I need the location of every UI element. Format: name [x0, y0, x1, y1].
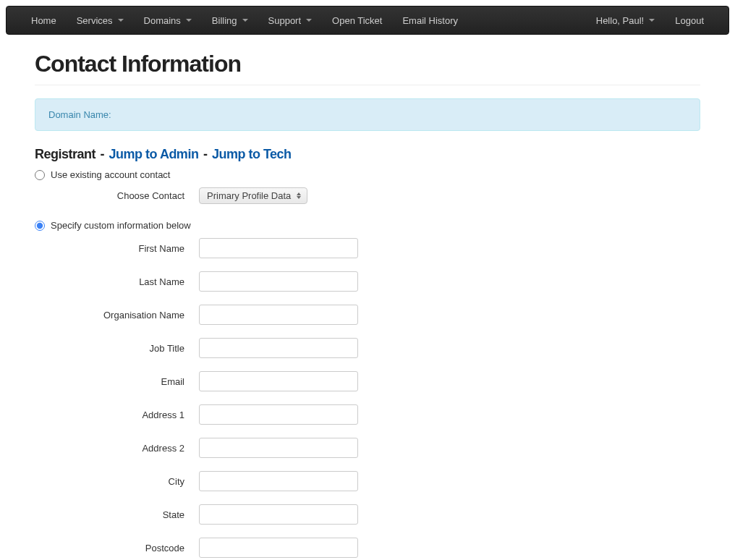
section-registrant: Registrant	[35, 147, 95, 161]
job-title-input[interactable]	[199, 338, 358, 358]
city-input[interactable]	[199, 471, 358, 491]
nav-open-ticket-label: Open Ticket	[332, 15, 382, 26]
nav-billing-label: Billing	[212, 15, 237, 26]
section-heading: Registrant - Jump to Admin - Jump to Tec…	[35, 147, 700, 162]
select-stepper-icon	[297, 192, 301, 199]
choose-contact-block: Choose Contact Primary Profile Data	[35, 187, 700, 204]
radio-use-existing-input[interactable]	[35, 170, 45, 180]
organisation-input[interactable]	[199, 305, 358, 325]
first-name-input[interactable]	[199, 238, 358, 258]
nav-domains[interactable]: Domains	[134, 8, 202, 33]
nav-greeting-label: Hello, Paul!	[596, 15, 644, 26]
chevron-down-icon	[118, 19, 124, 22]
nav-greeting[interactable]: Hello, Paul!	[586, 8, 665, 33]
postcode-input[interactable]	[199, 538, 358, 558]
nav-support[interactable]: Support	[258, 8, 323, 33]
nav-billing[interactable]: Billing	[202, 8, 258, 33]
separator: -	[101, 147, 105, 161]
address1-label: Address 1	[35, 410, 199, 420]
organisation-label: Organisation Name	[35, 310, 199, 321]
city-label: City	[35, 476, 199, 487]
main-container: Contact Information Domain Name: Registr…	[20, 41, 715, 560]
choose-contact-selected: Primary Profile Data	[207, 190, 291, 201]
choose-contact-label: Choose Contact	[35, 190, 199, 201]
nav-services[interactable]: Services	[67, 8, 134, 33]
chevron-down-icon	[242, 19, 248, 22]
nav-services-label: Services	[77, 15, 113, 26]
nav-email-history[interactable]: Email History	[392, 8, 468, 33]
radio-specify-custom-input[interactable]	[35, 221, 45, 231]
email-label: Email	[35, 376, 199, 387]
jump-to-tech-link[interactable]: Jump to Tech	[212, 147, 292, 161]
last-name-input[interactable]	[199, 271, 358, 292]
chevron-down-icon	[186, 19, 192, 22]
job-title-label: Job Title	[35, 343, 199, 354]
radio-specify-custom-label: Specify custom information below	[51, 220, 191, 231]
email-input[interactable]	[199, 371, 358, 391]
top-navbar: Home Services Domains Billing Support Op…	[6, 6, 729, 35]
postcode-label: Postcode	[35, 543, 199, 553]
last-name-label: Last Name	[35, 276, 199, 287]
state-label: State	[35, 509, 199, 520]
first-name-label: First Name	[35, 243, 199, 254]
jump-to-admin-link[interactable]: Jump to Admin	[109, 147, 199, 161]
choose-contact-select[interactable]: Primary Profile Data	[199, 187, 307, 204]
nav-home[interactable]: Home	[21, 8, 67, 33]
chevron-down-icon	[306, 19, 312, 22]
address2-input[interactable]	[199, 438, 358, 458]
radio-use-existing[interactable]: Use existing account contact	[35, 169, 700, 180]
contact-form: First Name Last Name Organisation Name J…	[35, 238, 700, 558]
address2-label: Address 2	[35, 443, 199, 454]
page-title: Contact Information	[35, 41, 700, 85]
nav-right: Hello, Paul! Logout	[586, 8, 714, 33]
nav-email-history-label: Email History	[402, 15, 458, 26]
nav-home-label: Home	[31, 15, 56, 26]
domain-name-label: Domain Name:	[48, 109, 111, 120]
state-input[interactable]	[199, 504, 358, 525]
radio-use-existing-label: Use existing account contact	[51, 169, 170, 180]
separator: -	[203, 147, 208, 161]
nav-logout-label: Logout	[675, 15, 704, 26]
radio-specify-custom[interactable]: Specify custom information below	[35, 220, 700, 231]
nav-left: Home Services Domains Billing Support Op…	[21, 8, 468, 33]
nav-open-ticket[interactable]: Open Ticket	[322, 8, 392, 33]
domain-alert: Domain Name:	[35, 98, 700, 131]
nav-logout[interactable]: Logout	[665, 8, 714, 33]
nav-support-label: Support	[268, 15, 302, 26]
nav-domains-label: Domains	[144, 15, 181, 26]
chevron-down-icon	[649, 19, 655, 22]
address1-input[interactable]	[199, 404, 358, 425]
